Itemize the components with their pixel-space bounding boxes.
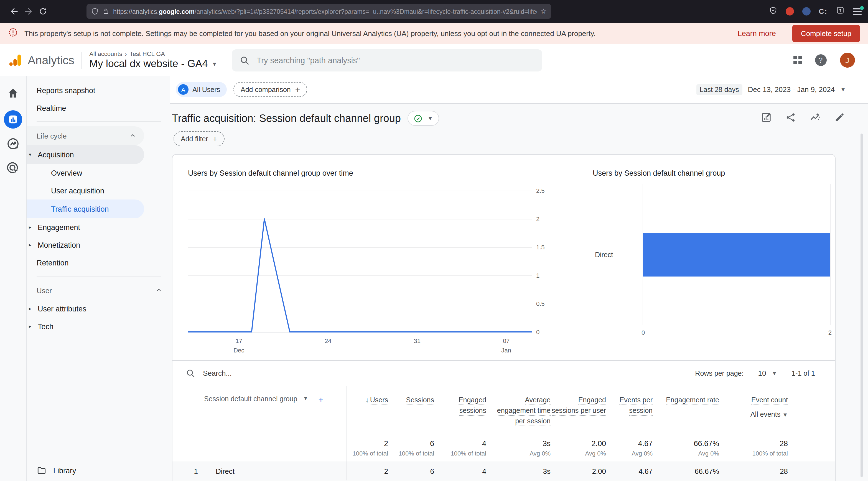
search-icon bbox=[186, 368, 195, 378]
sidebar-item-acquisition[interactable]: ▾Acquisition bbox=[27, 145, 144, 164]
dimension-header[interactable]: Session default channel group ▼ + bbox=[173, 386, 346, 440]
row-index: 1 bbox=[173, 467, 206, 475]
triangle-right-icon: ▸ bbox=[29, 306, 38, 312]
triangle-right-icon: ▸ bbox=[29, 324, 38, 329]
adblock-shield-icon[interactable] bbox=[769, 6, 777, 17]
triangle-right-icon: ▸ bbox=[29, 242, 38, 248]
browser-refresh-button[interactable] bbox=[35, 4, 50, 19]
browser-back-button[interactable] bbox=[7, 4, 21, 19]
sidebar-item-engagement[interactable]: ▸Engagement bbox=[27, 218, 170, 236]
plus-icon: + bbox=[295, 85, 300, 94]
column-header-users[interactable]: ↓Users bbox=[346, 386, 388, 440]
column-header-engaged-sessions-per-user[interactable]: Engaged sessions per user bbox=[551, 386, 606, 440]
google-apps-icon[interactable] bbox=[793, 56, 802, 64]
reports-icon[interactable] bbox=[4, 110, 22, 129]
scrollbar-thumb[interactable] bbox=[861, 133, 863, 477]
add-dimension-icon[interactable]: + bbox=[318, 395, 323, 405]
browser-toolbar: https://analytics.google.com/analytics/w… bbox=[0, 0, 868, 23]
chevron-down-icon: ▼ bbox=[428, 115, 433, 121]
sidebar-item-user-acquisition[interactable]: User acquisition bbox=[27, 182, 170, 199]
cell-engagement-rate: 66.67% bbox=[653, 467, 719, 475]
extension-c-icon[interactable]: C: bbox=[819, 7, 828, 15]
page-title: Traffic acquisition: Session default cha… bbox=[172, 112, 401, 124]
triangle-right-icon: ▸ bbox=[29, 224, 38, 230]
total-avg-engagement-time: 3sAvg 0% bbox=[486, 440, 551, 461]
search-input[interactable] bbox=[256, 55, 534, 65]
sidebar-item-user-attributes[interactable]: ▸User attributes bbox=[27, 300, 170, 318]
app-header: Analytics All accounts›Test HCL GA My lo… bbox=[0, 44, 868, 76]
bookmark-star-icon[interactable]: ☆ bbox=[540, 7, 547, 15]
table-row[interactable]: 1 Direct 2 6 4 3s 2.00 4.67 66.67% 28 bbox=[173, 462, 835, 480]
sidebar-section-user[interactable]: User bbox=[27, 281, 170, 300]
nav-rail bbox=[0, 76, 27, 481]
column-header-event-count[interactable]: Event count All events ▼ bbox=[719, 386, 788, 440]
url-text: https://analytics.google.com/analytics/w… bbox=[113, 8, 537, 15]
customize-report-icon[interactable] bbox=[761, 112, 772, 125]
row-channel[interactable]: Direct bbox=[206, 467, 346, 475]
data-quality-badge[interactable]: ▼ bbox=[407, 111, 439, 126]
sidebar-item-monetization[interactable]: ▸Monetization bbox=[27, 236, 170, 254]
column-header-engagement-rate[interactable]: Engagement rate bbox=[653, 386, 719, 440]
analytics-logo[interactable]: Analytics bbox=[8, 53, 74, 68]
line-chart: Users by Session default channel group o… bbox=[188, 169, 552, 360]
advertising-icon[interactable] bbox=[6, 161, 20, 177]
check-circle-icon bbox=[414, 114, 423, 123]
column-header-events-per-session[interactable]: Events per session bbox=[606, 386, 653, 440]
explore-icon[interactable] bbox=[6, 137, 20, 153]
tracking-shield-icon[interactable] bbox=[91, 7, 99, 15]
refresh-icon bbox=[38, 7, 47, 15]
all-users-chip[interactable]: A All Users bbox=[176, 82, 227, 97]
sidebar-item-library[interactable]: Library bbox=[37, 466, 76, 476]
help-icon[interactable]: ? bbox=[815, 54, 827, 66]
add-comparison-button[interactable]: Add comparison+ bbox=[234, 82, 307, 97]
date-range-picker[interactable]: Last 28 days Dec 13, 2023 - Jan 9, 2024 … bbox=[696, 76, 846, 103]
event-selector[interactable]: All events ▼ bbox=[719, 410, 788, 420]
url-bar[interactable]: https://analytics.google.com/analytics/w… bbox=[87, 4, 551, 19]
report-sidebar: Reports snapshot Realtime Life cycle ▾Ac… bbox=[27, 76, 170, 481]
total-events-per-session: 4.67Avg 0% bbox=[606, 440, 653, 461]
global-search[interactable] bbox=[232, 49, 542, 71]
column-header-avg-engagement-time[interactable]: Average engagement time per session bbox=[486, 386, 551, 440]
search-icon bbox=[240, 55, 249, 65]
home-icon[interactable] bbox=[7, 87, 20, 102]
share-icon[interactable] bbox=[785, 112, 796, 125]
lock-icon[interactable] bbox=[102, 8, 109, 15]
cell-users: 2 bbox=[346, 467, 388, 475]
column-header-engaged-sessions[interactable]: Engaged sessions bbox=[434, 386, 486, 440]
add-filter-button[interactable]: Add filter+ bbox=[174, 131, 224, 146]
sort-arrow-icon: ↓ bbox=[365, 396, 369, 404]
browser-forward-button[interactable] bbox=[21, 4, 35, 19]
sidebar-item-realtime[interactable]: Realtime bbox=[27, 99, 170, 117]
setup-banner: This property's setup is not complete. S… bbox=[0, 23, 868, 44]
sidebar-item-reports-snapshot[interactable]: Reports snapshot bbox=[27, 82, 170, 99]
bar-x-tick-0: 0 bbox=[642, 329, 645, 336]
avatar[interactable]: J bbox=[840, 53, 855, 68]
sidebar-section-life-cycle[interactable]: Life cycle bbox=[27, 126, 144, 145]
complete-setup-button[interactable]: Complete setup bbox=[793, 25, 860, 42]
ga-logo-icon bbox=[8, 53, 23, 68]
date-range-label: Last 28 days bbox=[696, 84, 742, 95]
total-sessions: 6100% of total bbox=[388, 440, 434, 461]
sidebar-item-tech[interactable]: ▸Tech bbox=[27, 318, 170, 335]
sidebar-item-traffic-acquisition[interactable]: Traffic acquisition bbox=[27, 199, 144, 218]
extension-blue-icon[interactable] bbox=[802, 7, 811, 15]
rows-per-page-select[interactable]: 10 ▼ bbox=[758, 369, 777, 377]
account-switcher[interactable]: All accounts›Test HCL GA My local dx web… bbox=[89, 51, 217, 70]
screen: https://analytics.google.com/analytics/w… bbox=[0, 0, 868, 481]
extension-red-icon[interactable] bbox=[786, 7, 794, 15]
column-header-sessions[interactable]: Sessions bbox=[388, 386, 434, 440]
header-divider bbox=[82, 52, 82, 68]
sidebar-item-overview[interactable]: Overview bbox=[27, 164, 170, 182]
learn-more-link[interactable]: Learn more bbox=[738, 29, 776, 38]
table-search-input[interactable] bbox=[202, 368, 688, 378]
browser-menu-icon[interactable] bbox=[852, 8, 861, 15]
insights-icon[interactable] bbox=[809, 111, 821, 125]
property-name: My local dx website - GA4 bbox=[89, 58, 208, 70]
line-chart-plot[interactable]: 2.521.510.50 17Dec243107Jan bbox=[188, 191, 532, 332]
sidebar-item-retention[interactable]: Retention bbox=[27, 254, 170, 271]
bar-chart-plot[interactable]: 0 2 bbox=[643, 184, 831, 325]
bar-direct[interactable] bbox=[643, 233, 830, 277]
extension-userscript-icon[interactable] bbox=[836, 6, 844, 17]
browser-extensions: C: bbox=[769, 6, 861, 17]
edit-pencil-icon[interactable] bbox=[834, 112, 845, 125]
